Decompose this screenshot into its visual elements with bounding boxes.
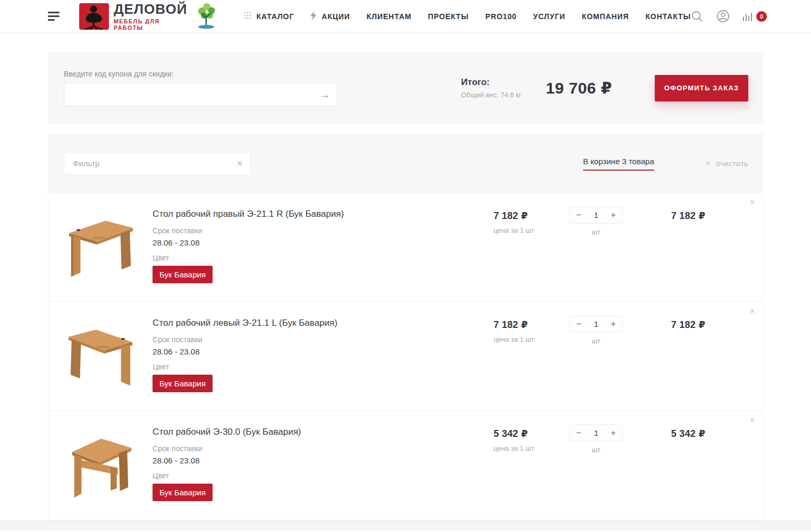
- nav-label: АКЦИИ: [322, 12, 350, 21]
- filter-clear-icon[interactable]: ✕: [229, 153, 250, 175]
- quantity-unit: шт: [569, 228, 623, 236]
- product-title[interactable]: Стол рабочий правый Э-21.1 R (Бук Бавари…: [153, 209, 494, 219]
- compare-icon[interactable]: 0: [742, 11, 767, 22]
- compare-count-badge: 0: [756, 11, 767, 22]
- nav-label: КОНТАКТЫ: [645, 12, 691, 21]
- nav-label: PRO100: [485, 12, 517, 21]
- plus-icon[interactable]: +: [604, 425, 622, 441]
- logo-subtitle: МЕБЕЛЬ ДЛЯ РАБОТЫ: [114, 18, 187, 31]
- color-badge: Бук Бавария: [153, 484, 213, 501]
- total-weight: Общий вес: 74.6 кг: [461, 91, 521, 99]
- filter-bar: ✕ В корзине 3 товара ✕ очистить: [48, 134, 763, 193]
- color-label: Цвет: [153, 471, 494, 480]
- nav-item-projects[interactable]: ПРОЕКТЫ: [428, 12, 469, 21]
- main-nav: КАТАЛОГ АКЦИИ КЛИЕНТАМ ПРОЕКТЫ PRO100: [244, 11, 691, 22]
- quantity-stepper: − 1 +: [569, 424, 623, 442]
- nav-item-services[interactable]: УСЛУГИ: [533, 12, 565, 21]
- remove-item-icon[interactable]: ✕: [749, 307, 755, 315]
- total-price: 19 706 ₽: [546, 79, 612, 97]
- nav-label: КАТАЛОГ: [256, 12, 294, 21]
- filter-input[interactable]: [64, 153, 250, 175]
- product-title[interactable]: Стол рабочий левый Э-21.1 L (Бук Бавария…: [153, 318, 494, 328]
- account-icon[interactable]: [716, 10, 730, 23]
- plus-icon[interactable]: +: [604, 316, 622, 332]
- quantity-unit: шт: [569, 337, 623, 345]
- nav-label: КОМПАНИЯ: [582, 12, 629, 21]
- minus-icon[interactable]: −: [570, 207, 588, 223]
- search-icon[interactable]: [691, 10, 704, 23]
- quantity-unit: шт: [569, 446, 623, 454]
- quantity-value[interactable]: 1: [588, 316, 604, 332]
- nav-item-pro100[interactable]: PRO100: [485, 12, 517, 21]
- line-total-price: 5 342 ₽: [671, 428, 749, 440]
- cart-totals: Итого: Общий вес: 74.6 кг 19 706 ₽ ОФОРМ…: [461, 75, 748, 102]
- quantity-stepper: − 1 +: [569, 206, 623, 224]
- unit-price: 7 182 ₽: [494, 319, 569, 331]
- nav-item-company[interactable]: КОМПАНИЯ: [582, 12, 629, 21]
- checkout-button[interactable]: ОФОРМИТЬ ЗАКАЗ: [655, 75, 748, 102]
- nav-label: ПРОЕКТЫ: [428, 12, 469, 21]
- remove-item-icon[interactable]: ✕: [749, 416, 755, 424]
- nav-item-clients[interactable]: КЛИЕНТАМ: [367, 12, 412, 21]
- menu-hamburger-icon[interactable]: [48, 7, 60, 25]
- unit-price-note: цена за 1 шт: [494, 226, 569, 234]
- logo-title: ДЕЛОВОЙ: [114, 1, 187, 17]
- nav-label: УСЛУГИ: [533, 12, 565, 21]
- delivery-dates: 28.06 - 23.08: [153, 456, 494, 465]
- nav-item-contacts[interactable]: КОНТАКТЫ: [645, 12, 691, 21]
- product-image-desk-left[interactable]: [67, 302, 153, 410]
- cart-card: ✕ В корзине 3 товара ✕ очистить: [48, 134, 763, 520]
- color-label: Цвет: [153, 362, 494, 371]
- cart-count-label: В корзине 3 товара: [583, 157, 654, 171]
- eco-tree-icon: [194, 2, 218, 31]
- minus-icon[interactable]: −: [570, 316, 588, 332]
- plus-icon[interactable]: +: [604, 207, 622, 223]
- lightning-icon: [310, 11, 317, 22]
- remove-item-icon[interactable]: ✕: [749, 198, 755, 206]
- quantity-value[interactable]: 1: [588, 207, 604, 223]
- header: ДЕЛОВОЙ МЕБЕЛЬ ДЛЯ РАБОТЫ: [0, 0, 811, 33]
- delivery-dates: 28.06 - 23.08: [153, 238, 494, 247]
- nav-item-catalog[interactable]: КАТАЛОГ: [244, 12, 294, 21]
- logo[interactable]: ДЕЛОВОЙ МЕБЕЛЬ ДЛЯ РАБОТЫ: [79, 2, 218, 31]
- coupon-submit-arrow-icon[interactable]: →: [314, 83, 335, 106]
- unit-price-note: цена за 1 шт: [494, 444, 569, 452]
- quantity-stepper: − 1 +: [569, 315, 623, 333]
- logo-businessman-icon: [79, 3, 109, 30]
- clear-cart-label: очистить: [716, 159, 748, 168]
- cart-item-row: Стол рабочий Э-30.0 (Бук Бавария) Срок п…: [48, 411, 763, 520]
- color-badge: Бук Бавария: [153, 266, 213, 283]
- unit-price-note: цена за 1 шт: [494, 335, 569, 343]
- grid-icon: [244, 12, 251, 21]
- product-image-desk-right[interactable]: [67, 193, 153, 301]
- unit-price: 7 182 ₽: [494, 210, 569, 222]
- color-label: Цвет: [153, 254, 494, 262]
- product-image-desk-small[interactable]: [67, 411, 153, 520]
- next-section-edge: [0, 520, 811, 531]
- minus-icon[interactable]: −: [570, 425, 588, 441]
- cart-item-row: Стол рабочий правый Э-21.1 R (Бук Бавари…: [48, 193, 763, 302]
- line-total-price: 7 182 ₽: [671, 319, 749, 331]
- color-badge: Бук Бавария: [153, 375, 213, 392]
- cart-item-row: Стол рабочий левый Э-21.1 L (Бук Бавария…: [48, 302, 763, 411]
- close-icon: ✕: [705, 160, 711, 167]
- cart-items-list: Стол рабочий правый Э-21.1 R (Бук Бавари…: [48, 193, 763, 520]
- line-total-price: 7 182 ₽: [671, 210, 749, 222]
- unit-price: 5 342 ₽: [494, 428, 569, 440]
- nav-item-promotions[interactable]: АКЦИИ: [310, 11, 350, 22]
- cart-page: Введите код купона для скидки: → Итого: …: [48, 52, 763, 520]
- product-title[interactable]: Стол рабочий Э-30.0 (Бук Бавария): [153, 427, 494, 437]
- quantity-value[interactable]: 1: [588, 425, 604, 441]
- coupon-label: Введите код купона для скидки:: [64, 70, 337, 78]
- coupon-totals-card: Введите код купона для скидки: → Итого: …: [48, 52, 763, 124]
- delivery-label: Срок поставки: [153, 335, 494, 344]
- delivery-label: Срок поставки: [153, 444, 494, 453]
- nav-label: КЛИЕНТАМ: [367, 12, 412, 21]
- header-actions: 0: [691, 10, 767, 23]
- delivery-dates: 28.06 - 23.08: [153, 347, 494, 356]
- coupon-input[interactable]: [64, 83, 337, 106]
- delivery-label: Срок поставки: [153, 226, 494, 235]
- total-label: Итого:: [461, 77, 521, 88]
- clear-cart-button[interactable]: ✕ очистить: [705, 159, 748, 168]
